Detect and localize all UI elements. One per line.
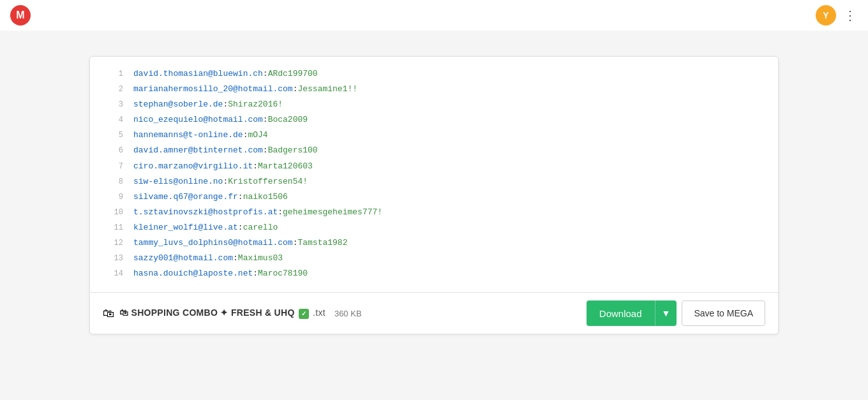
save-to-mega-button[interactable]: Save to MEGA: [682, 300, 765, 326]
table-row: 7 ciro.marzano@virgilio.it : Marta120603: [105, 159, 763, 174]
line-number: 7: [105, 160, 123, 173]
file-card: 1 david.thomasian@bluewin.ch : ARdc19970…: [89, 56, 779, 334]
email-text: tammy_luvs_dolphins0@hotmail.com: [133, 236, 293, 250]
password-text: Maroc78190: [258, 267, 308, 281]
sparkle-icon: 🛍: [103, 307, 114, 320]
email-text: nico_ezequielo@hotmail.com: [133, 113, 263, 127]
file-size: 360 KB: [334, 309, 362, 318]
email-text: siw-elis@online.no: [133, 175, 223, 189]
line-number: 11: [105, 221, 123, 234]
bottom-bar: 🛍 🛍 SHOPPING COMBO ✦ FRESH & UHQ ✓ .txt …: [90, 292, 778, 334]
email-text: david.amner@btinternet.com: [133, 144, 263, 158]
email-text: hannemanns@t-online.de: [133, 128, 243, 142]
email-text: marianahermosillo_20@hotmail.com: [133, 82, 293, 96]
table-row: 13 sazzy001@hotmail.com : Maximus03: [105, 251, 763, 265]
colon-separator: :: [253, 267, 258, 281]
password-text: Badgers100: [268, 144, 318, 158]
colon-separator: :: [263, 67, 268, 81]
line-number: 2: [105, 83, 123, 96]
colon-separator: :: [243, 128, 248, 142]
email-text: kleiner_wolfi@live.at: [133, 221, 238, 235]
password-text: naiko1506: [243, 190, 288, 204]
topbar: M Y ⋮: [0, 0, 868, 31]
password-text: Shiraz2016!: [228, 98, 283, 112]
download-dropdown-button[interactable]: ▼: [655, 300, 677, 326]
table-row: 8 siw-elis@online.no : Kristoffersen54!: [105, 175, 763, 189]
password-text: mOJ4: [248, 128, 267, 142]
colon-separator: :: [233, 251, 238, 265]
line-number: 5: [105, 129, 123, 142]
table-row: 2 marianahermosillo_20@hotmail.com : Jes…: [105, 82, 763, 96]
table-row: 1 david.thomasian@bluewin.ch : ARdc19970…: [105, 67, 763, 81]
table-row: 14 hasna.douich@laposte.net : Maroc78190: [105, 267, 763, 281]
line-number: 6: [105, 144, 123, 157]
password-text: geheimesgeheimes777!: [283, 205, 382, 219]
line-number: 12: [105, 237, 123, 249]
email-text: ciro.marzano@virgilio.it: [133, 159, 253, 174]
action-buttons: Download ▼ Save to MEGA: [587, 300, 765, 326]
colon-separator: :: [238, 221, 243, 235]
email-text: t.sztavinovszki@hostprofis.at: [133, 205, 278, 219]
colon-separator: :: [293, 82, 298, 96]
password-text: Kristoffersen54!: [228, 175, 308, 189]
text-content[interactable]: 1 david.thomasian@bluewin.ch : ARdc19970…: [90, 57, 778, 292]
line-number: 13: [105, 252, 123, 265]
password-text: carello: [243, 221, 278, 235]
email-text: hasna.douich@laposte.net: [133, 267, 253, 281]
download-button[interactable]: Download: [587, 300, 655, 326]
table-row: 6 david.amner@btinternet.com : Badgers10…: [105, 144, 763, 158]
password-text: Maximus03: [238, 251, 283, 265]
line-number: 3: [105, 98, 123, 111]
table-row: 3 stephan@soberle.de : Shiraz2016!: [105, 98, 763, 112]
line-number: 10: [105, 206, 123, 219]
colon-separator: :: [278, 205, 283, 219]
user-avatar[interactable]: Y: [816, 5, 836, 26]
table-row: 12 tammy_luvs_dolphins0@hotmail.com : Ta…: [105, 236, 763, 250]
table-row: 9 silvame.q67@orange.fr : naiko1506: [105, 190, 763, 204]
mega-logo[interactable]: M: [10, 5, 31, 26]
colon-separator: :: [238, 190, 243, 204]
password-text: Tamsta1982: [297, 236, 347, 250]
colon-separator: :: [223, 175, 228, 189]
password-text: Marta120603: [258, 159, 313, 174]
line-number: 9: [105, 191, 123, 204]
more-options-icon[interactable]: ⋮: [844, 8, 858, 23]
colon-separator: :: [253, 159, 258, 174]
file-name: 🛍 SHOPPING COMBO ✦ FRESH & UHQ ✓ .txt: [119, 307, 326, 319]
main-content: 1 david.thomasian@bluewin.ch : ARdc19970…: [0, 31, 868, 360]
topbar-left: M: [10, 5, 31, 26]
email-text: sazzy001@hotmail.com: [133, 251, 233, 265]
star-icon: ✦: [220, 307, 228, 318]
colon-separator: :: [223, 98, 228, 112]
line-number: 1: [105, 68, 123, 80]
email-text: david.thomasian@bluewin.ch: [133, 67, 263, 81]
password-text: Boca2009: [268, 113, 308, 127]
topbar-right: Y ⋮: [816, 5, 858, 26]
line-number: 14: [105, 267, 123, 280]
colon-separator: :: [263, 113, 268, 127]
line-number: 8: [105, 175, 123, 188]
line-number: 4: [105, 114, 123, 126]
table-row: 5 hannemanns@t-online.de : mOJ4: [105, 128, 763, 142]
file-extension: .txt: [313, 307, 326, 318]
email-text: stephan@soberle.de: [133, 98, 223, 112]
table-row: 4 nico_ezequielo@hotmail.com : Boca2009: [105, 113, 763, 127]
file-info: 🛍 🛍 SHOPPING COMBO ✦ FRESH & UHQ ✓ .txt …: [103, 307, 362, 320]
password-text: ARdc199700: [268, 67, 318, 81]
table-row: 11 kleiner_wolfi@live.at : carello: [105, 221, 763, 235]
colon-separator: :: [263, 144, 268, 158]
password-text: Jessamine1!!: [297, 82, 357, 96]
checkmark-icon: ✓: [299, 309, 309, 319]
email-text: silvame.q67@orange.fr: [133, 190, 238, 204]
colon-separator: :: [293, 236, 298, 250]
table-row: 10 t.sztavinovszki@hostprofis.at : gehei…: [105, 205, 763, 219]
